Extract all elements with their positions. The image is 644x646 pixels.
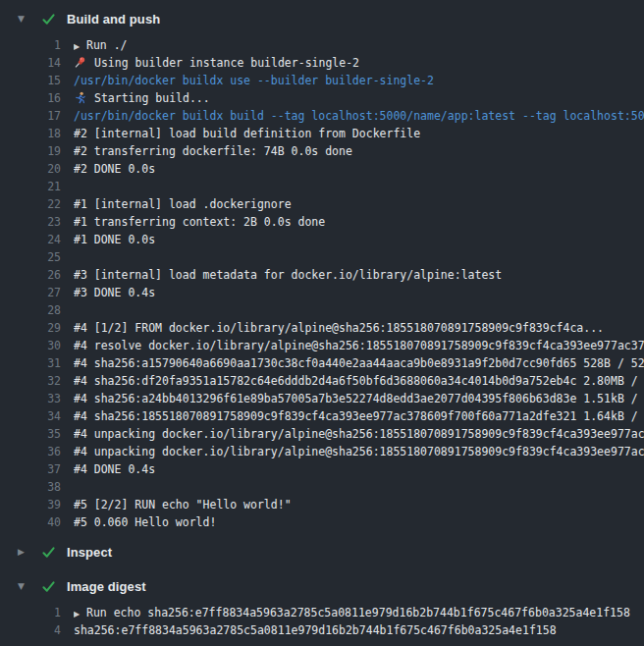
log-text-value: sha256:e7ff8834a5963a2785c5a0811e979d16b… bbox=[74, 623, 557, 637]
log-text-value: /usr/bin/docker buildx use --builder bui… bbox=[74, 74, 434, 87]
section-header-image-digest[interactable]: ▼Image digest bbox=[0, 575, 644, 597]
log-text: ▶Run ./ bbox=[74, 36, 644, 54]
line-number[interactable]: 28 bbox=[0, 301, 61, 319]
log-text: Using builder instance builder-single-2 bbox=[74, 54, 644, 72]
check-success-icon bbox=[41, 579, 67, 594]
log-line: 30#4 resolve docker.io/library/alpine@sh… bbox=[0, 337, 644, 354]
line-number[interactable]: 26 bbox=[0, 266, 61, 284]
chevron-right-icon[interactable]: ▶ bbox=[18, 541, 41, 563]
line-number[interactable]: 38 bbox=[0, 478, 61, 496]
log-text-value: #1 transferring context: 2B 0.0s done bbox=[74, 215, 325, 229]
line-number[interactable]: 32 bbox=[0, 372, 61, 390]
log-line: 20#2 DONE 0.0s bbox=[0, 160, 644, 178]
expand-group-chevron-icon[interactable]: ▶ bbox=[74, 38, 86, 54]
line-number[interactable]: 36 bbox=[0, 443, 61, 460]
log-line: 17/usr/bin/docker buildx build --tag loc… bbox=[0, 107, 644, 125]
log-text-value: #4 resolve docker.io/library/alpine@sha2… bbox=[74, 339, 644, 352]
log-text-value: #4 sha256:a15790640a6690aa1730c38cf0a440… bbox=[74, 356, 644, 370]
line-number[interactable]: 14 bbox=[0, 54, 61, 72]
log-line: 23#1 transferring context: 2B 0.0s done bbox=[0, 213, 644, 231]
line-number[interactable]: 33 bbox=[0, 390, 61, 407]
log-block-image-digest: 1▶Run echo sha256:e7ff8834a5963a2785c5a0… bbox=[0, 604, 644, 639]
line-number[interactable]: 40 bbox=[0, 513, 61, 531]
log-text: #2 [internal] load build definition from… bbox=[74, 125, 644, 142]
log-line: 1▶Run echo sha256:e7ff8834a5963a2785c5a0… bbox=[0, 604, 644, 621]
section-header-inspect[interactable]: ▶Inspect bbox=[0, 541, 644, 563]
log-text: #5 0.060 Hello world! bbox=[74, 513, 644, 531]
log-text-value: #2 [internal] load build definition from… bbox=[74, 127, 420, 140]
line-number[interactable]: 23 bbox=[0, 213, 61, 231]
line-number[interactable]: 34 bbox=[0, 407, 61, 425]
line-number[interactable]: 30 bbox=[0, 337, 61, 354]
line-number[interactable]: 27 bbox=[0, 284, 61, 301]
section-title: Image digest bbox=[67, 579, 146, 594]
log-block-build-and-push: 1▶Run ./14Using builder instance builder… bbox=[0, 36, 644, 531]
log-text-value: Starting build... bbox=[94, 91, 210, 105]
line-number[interactable]: 16 bbox=[0, 89, 61, 107]
log-text-value: Run echo sha256:e7ff8834a5963a2785c5a081… bbox=[86, 606, 630, 619]
log-text: #4 sha256:185518070891758909c9f839cf4ca3… bbox=[74, 407, 644, 425]
log-line: 28 bbox=[0, 301, 644, 319]
log-command-text: /usr/bin/docker buildx build --tag local… bbox=[74, 107, 644, 125]
line-number[interactable]: 19 bbox=[0, 142, 61, 160]
log-command-text: /usr/bin/docker buildx use --builder bui… bbox=[74, 72, 644, 89]
log-text: #4 sha256:a15790640a6690aa1730c38cf0a440… bbox=[74, 354, 644, 372]
line-number[interactable]: 25 bbox=[0, 248, 61, 266]
log-line: 21 bbox=[0, 178, 644, 195]
line-number[interactable]: 18 bbox=[0, 125, 61, 142]
expand-group-chevron-icon[interactable]: ▶ bbox=[74, 606, 86, 621]
log-text-value: #4 sha256:df20fa9351a15782c64e6dddb2d4a6… bbox=[74, 374, 644, 388]
log-text: #2 DONE 0.0s bbox=[74, 160, 644, 178]
log-text: #4 sha256:a24bb4013296f61e89ba57005a7b3e… bbox=[74, 390, 644, 407]
log-line: 33#4 sha256:a24bb4013296f61e89ba57005a7b… bbox=[0, 390, 644, 407]
line-number[interactable]: 20 bbox=[0, 160, 61, 178]
log-text: ▶Run echo sha256:e7ff8834a5963a2785c5a08… bbox=[74, 604, 644, 621]
line-number[interactable]: 21 bbox=[0, 178, 61, 195]
log-text-value: #4 sha256:a24bb4013296f61e89ba57005a7b3e… bbox=[74, 392, 644, 405]
log-line: 26#3 [internal] load metadata for docker… bbox=[0, 266, 644, 284]
line-number[interactable]: 31 bbox=[0, 354, 61, 372]
log-text: #4 sha256:df20fa9351a15782c64e6dddb2d4a6… bbox=[74, 372, 644, 390]
log-text-value: #3 DONE 0.4s bbox=[74, 286, 155, 299]
log-line: 32#4 sha256:df20fa9351a15782c64e6dddb2d4… bbox=[0, 372, 644, 390]
log-text-value: #2 DONE 0.0s bbox=[74, 162, 155, 176]
section-header-build-and-push[interactable]: ▼Build and push bbox=[0, 8, 644, 29]
log-line: 37#4 DONE 0.4s bbox=[0, 460, 644, 478]
line-number[interactable]: 17 bbox=[0, 107, 61, 125]
section-title: Inspect bbox=[67, 545, 112, 560]
log-text-value: #1 [internal] load .dockerignore bbox=[74, 197, 292, 211]
line-number[interactable]: 1 bbox=[0, 36, 61, 54]
line-number[interactable]: 37 bbox=[0, 460, 61, 478]
check-success-icon bbox=[41, 545, 67, 560]
log-text: #1 DONE 0.0s bbox=[74, 231, 644, 248]
line-number[interactable]: 22 bbox=[0, 195, 61, 213]
log-text bbox=[74, 301, 644, 319]
line-number[interactable]: 29 bbox=[0, 319, 61, 337]
check-success-icon bbox=[41, 12, 67, 27]
log-line: 1▶Run ./ bbox=[0, 36, 644, 54]
log-text-value: #2 transferring dockerfile: 74B 0.0s don… bbox=[74, 144, 352, 158]
log-line: 34#4 sha256:185518070891758909c9f839cf4c… bbox=[0, 407, 644, 425]
log-text-value: #5 0.060 Hello world! bbox=[74, 515, 216, 529]
log-text: Starting build... bbox=[74, 89, 644, 107]
log-line: 14Using builder instance builder-single-… bbox=[0, 54, 644, 72]
line-number[interactable]: 4 bbox=[0, 621, 61, 639]
log-text: sha256:e7ff8834a5963a2785c5a0811e979d16b… bbox=[74, 621, 644, 639]
chevron-down-icon[interactable]: ▼ bbox=[18, 575, 41, 597]
log-text: #4 unpacking docker.io/library/alpine@sh… bbox=[74, 443, 644, 460]
line-number[interactable]: 1 bbox=[0, 604, 61, 621]
line-number[interactable]: 24 bbox=[0, 231, 61, 248]
log-text bbox=[74, 478, 644, 496]
line-number[interactable]: 39 bbox=[0, 496, 61, 513]
log-text: #1 transferring context: 2B 0.0s done bbox=[74, 213, 644, 231]
line-number[interactable]: 15 bbox=[0, 72, 61, 89]
line-number[interactable]: 35 bbox=[0, 425, 61, 443]
log-line: 27#3 DONE 0.4s bbox=[0, 284, 644, 301]
log-line: 29#4 [1/2] FROM docker.io/library/alpine… bbox=[0, 319, 644, 337]
log-line: 35#4 unpacking docker.io/library/alpine@… bbox=[0, 425, 644, 443]
log-line: 18#2 [internal] load build definition fr… bbox=[0, 125, 644, 142]
chevron-down-icon[interactable]: ▼ bbox=[18, 8, 41, 29]
log-text-value: #4 unpacking docker.io/library/alpine@sh… bbox=[74, 427, 644, 441]
log-text: #3 [internal] load metadata for docker.i… bbox=[74, 266, 644, 284]
log-line: 40#5 0.060 Hello world! bbox=[0, 513, 644, 531]
